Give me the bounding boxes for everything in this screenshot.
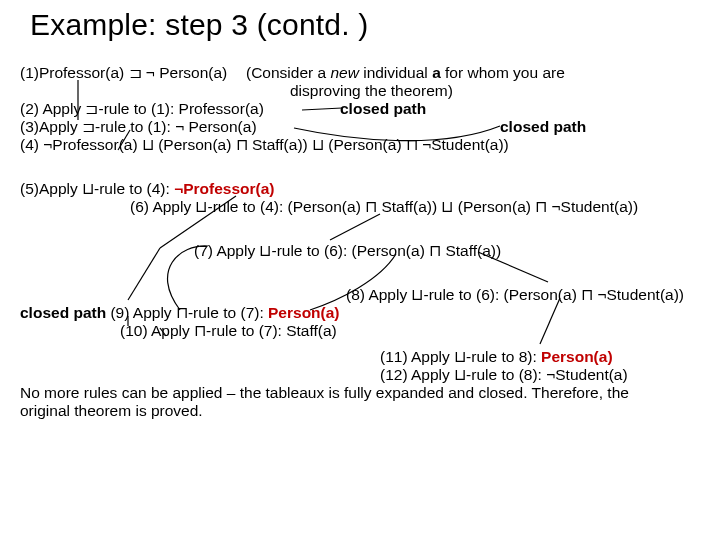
step-3a: (3)Apply ⊐-rule to (1): ¬ Person(a) xyxy=(20,118,257,137)
step-2a: (2) Apply ⊐-rule to (1): Professor(a) xyxy=(20,100,264,119)
step-5: (5)Apply ⊔-rule to (4): ¬Professor(a) xyxy=(20,180,275,199)
step-3-closed: closed path xyxy=(500,118,586,137)
slide-title: Example: step 3 (contd. ) xyxy=(30,8,369,42)
step-11b: Person(a) xyxy=(541,348,613,365)
step-11a: (11) Apply ⊔-rule to 8): xyxy=(380,348,541,365)
step-2-closed: closed path xyxy=(340,100,426,119)
step-4: (4) ¬Professor(a) ⊔ (Person(a) ⊓ Staff(a… xyxy=(20,136,509,155)
step-1a: (1)Professor(a) ⊐ ¬ Person(a) xyxy=(20,64,227,83)
step-7: (7) Apply ⊔-rule to (6): (Person(a) ⊓ St… xyxy=(194,242,501,261)
step-1b-a: a xyxy=(432,64,441,81)
step-1b-post: for whom you are xyxy=(441,64,565,81)
step-5b: ¬Professor(a) xyxy=(174,180,274,197)
step-8: (8) Apply ⊔-rule to (6): (Person(a) ⊓ ¬S… xyxy=(346,286,684,305)
step-1c: disproving the theorem) xyxy=(290,82,453,101)
step-1b-pre: (Consider a xyxy=(246,64,330,81)
conclusion-1: No more rules can be applied – the table… xyxy=(20,384,700,403)
step-12: (12) Apply ⊔-rule to (8): ¬Student(a) xyxy=(380,366,628,385)
step-1b: (Consider a new individual a for whom yo… xyxy=(246,64,565,83)
step-9-closed: closed path xyxy=(20,304,106,321)
step-11-row: (11) Apply ⊔-rule to 8): Person(a) xyxy=(380,348,613,367)
step-9: (9) Apply ⊓-rule to (7): xyxy=(106,304,268,321)
step-10: (10) Apply ⊓-rule to (7): Staff(a) xyxy=(120,322,337,341)
step-6: (6) Apply ⊔-rule to (4): (Person(a) ⊓ St… xyxy=(130,198,638,217)
step-9b: Person(a) xyxy=(268,304,340,321)
step-5a: (5)Apply ⊔-rule to (4): xyxy=(20,180,174,197)
step-1b-new: new xyxy=(330,64,358,81)
step-9-row: closed path (9) Apply ⊓-rule to (7): Per… xyxy=(20,304,340,323)
step-1b-mid: individual xyxy=(359,64,432,81)
conclusion-2: original theorem is proved. xyxy=(20,402,203,421)
